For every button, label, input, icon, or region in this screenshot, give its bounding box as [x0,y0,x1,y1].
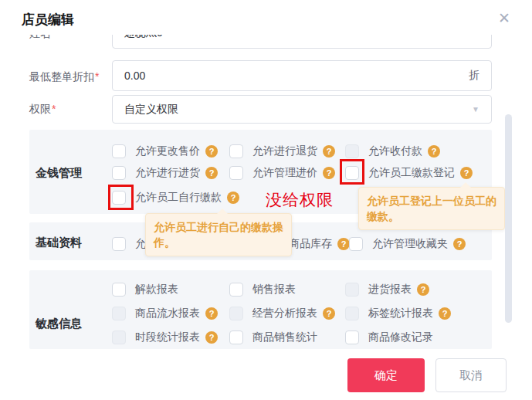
help-icon[interactable]: ? [460,167,473,179]
perm-item-settlement-report[interactable]: 解款报表 [112,282,178,297]
help-icon[interactable]: ? [205,331,218,344]
checkbox-label: 允许进行退货 [252,144,317,158]
checkbox-label: 时段统计报表 [135,331,200,344]
tooltip-self-payment: 允许员工进行自己的缴款操作。 [145,213,292,256]
section-title-basic: 基础资料 [36,236,82,250]
tooltip-register-payment: 允许员工登记上一位员工的缴款。 [358,187,505,230]
checkbox[interactable] [349,237,363,251]
checkbox-label: 允许管理进价 [252,166,317,180]
checkbox[interactable] [229,144,243,158]
help-icon[interactable]: ? [323,167,335,179]
perm-item-manage-favorites[interactable]: 允许管理收藏夹 ? [349,236,466,251]
help-icon[interactable]: ? [205,145,218,158]
confirm-button[interactable]: 确定 [347,358,425,392]
clipped-name-row: 姓名 递惢灬0 [0,35,532,49]
checkbox-label: 允许管理收藏夹 [372,237,448,251]
perm-item-product-edit-log[interactable]: 商品修改记录 [345,330,433,344]
help-icon[interactable]: ? [337,238,350,250]
discount-value: 0.00 [124,69,469,82]
perm-item-product-sales-stats[interactable]: 商品销售统计 [229,330,317,344]
name-input[interactable]: 递惢灬0 [112,35,492,49]
checkbox [112,307,126,320]
checkbox [229,307,243,320]
checkbox[interactable] [229,331,243,344]
permission-label: 权限* [29,103,56,117]
highlight-box-payment-register [340,159,364,185]
perm-item-receive-pay[interactable]: 允许收付款 ? [345,144,440,158]
checkbox [345,144,359,158]
discount-input[interactable]: 0.00 折 [112,60,492,91]
perm-item-basic-1[interactable]: 允 [112,236,146,251]
perm-item-purchase-report[interactable]: 进货报表 ? [345,282,429,297]
perm-item-purchase[interactable]: 允许进行进货 ? [112,165,218,180]
help-icon[interactable]: ? [453,238,466,250]
checkbox-label: 允许收付款 [368,144,422,158]
required-star: * [95,70,99,83]
page-title: 店员编辑 [22,11,74,29]
highlight-box-self-payment [108,185,134,210]
permission-value: 自定义权限 [124,103,472,117]
checkbox-label: 商品流水报表 [135,307,200,320]
checkbox-label: 商品修改记录 [368,331,433,344]
checkbox-label: 允 [135,237,146,251]
help-icon[interactable]: ? [428,145,440,158]
help-icon[interactable]: ? [205,307,218,320]
cancel-button[interactable]: 取消 [435,358,507,392]
discount-label: 最低整单折扣* [29,70,99,84]
perm-item-period-stats-report[interactable]: 时段统计报表 ? [112,330,218,344]
checkbox-label: 进货报表 [368,283,412,297]
help-icon[interactable]: ? [417,283,429,296]
checkbox[interactable] [112,166,126,180]
annotation-no-permission: 没给权限 [266,189,334,211]
staff-edit-dialog: 店员编辑 ✕ 姓名 递惢灬0 最低整单折扣* 0.00 折 权限* 自定义权限 … [0,0,532,400]
name-label: 姓名 [29,35,51,41]
checkbox[interactable] [345,331,359,344]
checkbox[interactable] [229,283,243,297]
perm-item-manage-cost[interactable]: 允许管理进价 ? [229,165,335,180]
help-icon[interactable]: ? [323,307,335,320]
checkbox-label: 销售报表 [252,283,296,297]
perm-item-refund[interactable]: 允许进行退货 ? [229,144,335,158]
help-icon[interactable]: ? [227,192,239,204]
section-title-sensitive: 敏感信息 [36,317,82,331]
checkbox-label: 经营分析报表 [252,307,317,320]
help-icon[interactable]: ? [205,167,218,179]
checkbox[interactable] [112,144,126,158]
tooltip-arrow [460,182,471,188]
perm-item-label-stats-report[interactable]: 标签统计报表 ? [345,306,451,320]
checkbox [345,283,359,297]
checkbox-label: 商品销售统计 [252,331,317,344]
checkbox[interactable] [229,166,243,180]
scrollbar-thumb[interactable] [505,114,512,323]
chevron-down-icon: ▼ [472,105,479,114]
discount-unit: 折 [469,69,479,83]
perm-item-change-price[interactable]: 允许更改售价 ? [112,144,218,158]
section-title-money: 金钱管理 [36,166,82,181]
name-value: 递惢灬0 [124,35,479,40]
checkbox[interactable] [112,237,126,251]
checkbox[interactable] [112,283,126,297]
help-icon[interactable]: ? [439,307,451,320]
checkbox-label: 允许员工自行缴款 [135,191,222,205]
perm-item-sales-report[interactable]: 销售报表 [229,282,296,297]
permission-select[interactable]: 自定义权限 ▼ [112,95,492,124]
close-icon[interactable]: ✕ [498,10,510,27]
checkbox [345,307,359,320]
checkbox-label: 允许员工缴款登记 [368,166,455,180]
checkbox-label: 解款报表 [135,283,178,297]
perm-item-business-analysis-report[interactable]: 经营分析报表 ? [229,306,335,320]
checkbox-label: 允许更改售价 [135,144,200,158]
required-star: * [52,103,56,115]
checkbox-label: 标签统计报表 [368,307,433,320]
help-icon[interactable]: ? [323,145,335,158]
perm-item-product-flow-report[interactable]: 商品流水报表 ? [112,306,218,320]
tooltip-arrow [217,208,228,214]
checkbox-label: 允许进行进货 [135,166,200,180]
checkbox [112,331,126,344]
